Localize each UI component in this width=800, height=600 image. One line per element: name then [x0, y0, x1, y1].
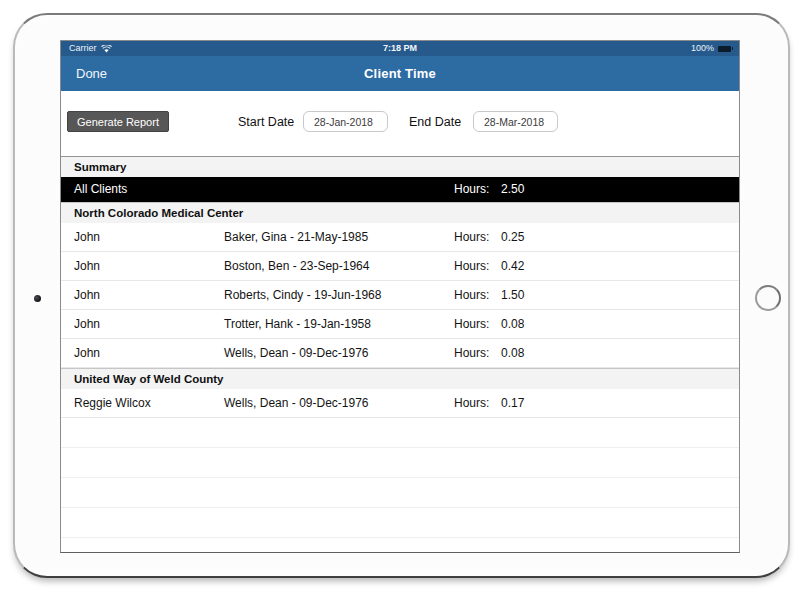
hours-value: 0.08	[501, 339, 524, 367]
battery-icon	[718, 46, 731, 52]
ipad-frame: Carrier 7:18 PM 100% Done Client Time	[13, 13, 790, 578]
row-name: John	[74, 223, 100, 251]
client-time-report-table: Summary All Clients Hours: 2.50 North Co…	[61, 156, 739, 538]
hours-value: 1.50	[501, 281, 524, 309]
table-row[interactable]: John Wells, Dean - 09-Dec-1976 Hours: 0.…	[61, 339, 739, 368]
battery-percent-label: 100%	[691, 41, 714, 56]
start-date-label: Start Date	[238, 115, 294, 129]
clock-label: 7:18 PM	[61, 41, 739, 56]
row-name: Reggie Wilcox	[74, 389, 151, 417]
empty-table-row	[61, 508, 739, 538]
hours-label: Hours:	[454, 339, 489, 367]
status-bar: Carrier 7:18 PM 100%	[61, 41, 739, 56]
hours-value: 0.25	[501, 223, 524, 251]
front-camera	[34, 295, 41, 302]
table-row[interactable]: John Trotter, Hank - 19-Jan-1958 Hours: …	[61, 310, 739, 339]
end-date-input[interactable]	[473, 111, 558, 132]
end-date-label: End Date	[409, 115, 461, 129]
row-client: Boston, Ben - 23-Sep-1964	[224, 252, 369, 280]
table-row-all-clients[interactable]: All Clients Hours: 2.50	[61, 177, 739, 202]
row-name: All Clients	[74, 177, 127, 202]
hours-value: 2.50	[501, 177, 524, 202]
row-name: John	[74, 281, 100, 309]
hours-label: Hours:	[454, 281, 489, 309]
hours-label: Hours:	[454, 223, 489, 251]
wifi-icon	[101, 45, 112, 53]
done-button[interactable]: Done	[76, 56, 107, 91]
row-client: Wells, Dean - 09-Dec-1976	[224, 389, 369, 417]
row-name: John	[74, 310, 100, 338]
navigation-bar: Done Client Time	[61, 56, 739, 91]
page-title: Client Time	[364, 66, 436, 81]
hours-label: Hours:	[454, 310, 489, 338]
section-header-north-colorado-medical-center: North Colorado Medical Center	[61, 202, 739, 223]
row-client: Wells, Dean - 09-Dec-1976	[224, 339, 369, 367]
row-client: Trotter, Hank - 19-Jan-1958	[224, 310, 371, 338]
hours-value: 0.08	[501, 310, 524, 338]
empty-table-row	[61, 418, 739, 448]
table-row[interactable]: John Baker, Gina - 21-May-1985 Hours: 0.…	[61, 223, 739, 252]
carrier-label: Carrier	[69, 41, 97, 56]
section-header-summary: Summary	[61, 156, 739, 177]
empty-table-row	[61, 448, 739, 478]
row-name: John	[74, 252, 100, 280]
hours-label: Hours:	[454, 389, 489, 417]
table-row[interactable]: John Roberts, Cindy - 19-Jun-1968 Hours:…	[61, 281, 739, 310]
app-screen: Carrier 7:18 PM 100% Done Client Time	[60, 40, 740, 553]
hours-label: Hours:	[454, 252, 489, 280]
row-name: John	[74, 339, 100, 367]
report-toolbar: Generate Report Start Date End Date	[61, 91, 739, 156]
row-client: Roberts, Cindy - 19-Jun-1968	[224, 281, 381, 309]
generate-report-button[interactable]: Generate Report	[67, 111, 169, 132]
hours-value: 0.17	[501, 389, 524, 417]
hours-label: Hours:	[454, 177, 489, 202]
empty-table-row	[61, 478, 739, 508]
hours-value: 0.42	[501, 252, 524, 280]
home-button[interactable]	[755, 285, 781, 311]
table-row[interactable]: Reggie Wilcox Wells, Dean - 09-Dec-1976 …	[61, 389, 739, 418]
section-header-united-way-of-weld-county: United Way of Weld County	[61, 368, 739, 389]
row-client: Baker, Gina - 21-May-1985	[224, 223, 368, 251]
start-date-input[interactable]	[303, 111, 388, 132]
table-row[interactable]: John Boston, Ben - 23-Sep-1964 Hours: 0.…	[61, 252, 739, 281]
